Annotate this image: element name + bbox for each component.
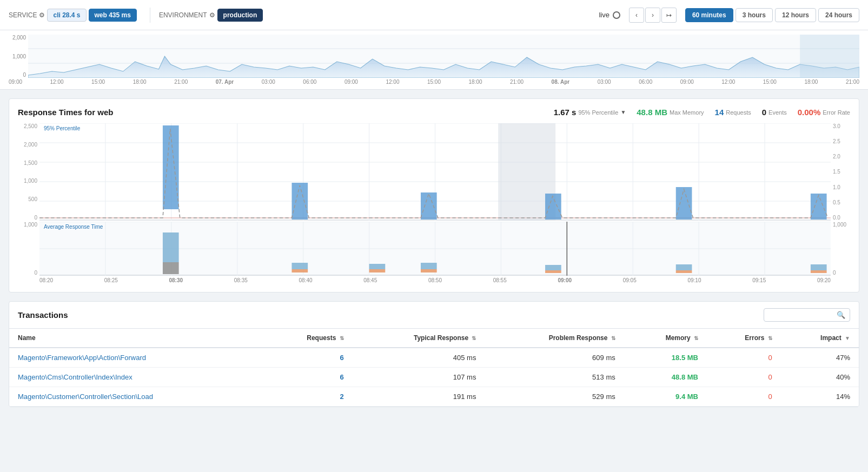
- transactions-header: Transactions 🔍: [9, 302, 859, 329]
- nav-last-button[interactable]: ↦: [661, 8, 677, 23]
- transaction-name-2[interactable]: Magento\Cms\Controller\Index\Index: [9, 368, 262, 387]
- typical-response-2: 107 ms: [353, 368, 485, 387]
- live-button[interactable]: live: [599, 11, 620, 19]
- overview-y-label-2000: 2,000: [9, 35, 26, 41]
- search-icon: 🔍: [837, 311, 845, 319]
- events-label: Events: [768, 109, 787, 116]
- environment-section: ENVIRONMENT ⚙ production: [159, 9, 263, 22]
- percentile-dropdown-icon[interactable]: ▼: [620, 109, 626, 115]
- overview-x-label: 09:00: [680, 79, 694, 85]
- requests-2: 6: [262, 368, 353, 387]
- cli-pill[interactable]: cli 28.4 s: [47, 9, 86, 22]
- overview-x-label: 06:00: [303, 79, 316, 85]
- x-label: 08:35: [234, 277, 248, 283]
- percentile-label: 95% Percentile: [578, 109, 618, 116]
- search-box[interactable]: 🔍: [764, 308, 850, 322]
- nav-next-button[interactable]: ›: [645, 8, 660, 23]
- environment-label: ENVIRONMENT: [159, 11, 207, 19]
- environment-value-pill[interactable]: production: [217, 9, 263, 22]
- time-60min-button[interactable]: 60 minutes: [685, 8, 733, 22]
- svg-rect-24: [291, 183, 308, 220]
- impact-1: 47%: [781, 348, 859, 368]
- table-header-row: Name Requests ⇅ Typical Response ⇅ Probl…: [9, 329, 859, 348]
- sub-chart-svg: [39, 222, 831, 276]
- svg-rect-55: [676, 270, 692, 273]
- overview-x-label: 18:00: [133, 79, 147, 85]
- y-label: 2,500: [18, 123, 37, 129]
- svg-rect-54: [676, 264, 692, 270]
- col-problem-response[interactable]: Problem Response ⇅: [485, 329, 624, 348]
- requests-value: 14: [715, 108, 724, 117]
- errors-3: 0: [707, 387, 781, 407]
- transaction-name-3[interactable]: Magento\Customer\Controller\Section\Load: [9, 387, 262, 407]
- overview-x-label: 09:00: [9, 79, 22, 85]
- environment-gear-icon[interactable]: ⚙: [209, 11, 215, 19]
- overview-x-label: 06:00: [639, 79, 652, 85]
- x-label: 09:15: [752, 277, 766, 283]
- y-right-label: 0.5: [833, 200, 850, 205]
- svg-rect-23: [163, 125, 179, 209]
- requests-1: 6: [262, 348, 353, 368]
- error-rate-stat: 0.00% Error Rate: [798, 108, 850, 117]
- overview-x-label: 15:00: [427, 79, 441, 85]
- memory-value: 48.8 MB: [637, 108, 667, 117]
- percentile-value: 1.67 s: [554, 108, 577, 117]
- overview-x-label: 12:00: [721, 79, 735, 85]
- y-label: 2,000: [18, 142, 37, 148]
- problem-response-1: 609 ms: [485, 348, 624, 368]
- time-3hours-button[interactable]: 3 hours: [736, 8, 773, 22]
- sub-y-label: 0: [18, 270, 37, 276]
- transactions-search-input[interactable]: [768, 311, 833, 319]
- sub-y-right-label: 0: [833, 270, 850, 276]
- overview-x-label: 03:00: [598, 79, 611, 85]
- svg-rect-53: [545, 270, 561, 273]
- svg-rect-27: [676, 187, 692, 220]
- y-right-label: 0.0: [833, 215, 850, 221]
- overview-x-label: 21:00: [846, 79, 859, 85]
- events-value: 0: [762, 108, 766, 117]
- y-label: 0: [18, 215, 37, 221]
- x-label: 08:25: [104, 277, 118, 283]
- top-bar: SERVICE ⚙ cli 28.4 s web 435 ms ENVIRONM…: [0, 0, 868, 30]
- col-requests[interactable]: Requests ⇅: [262, 329, 353, 348]
- error-rate-value: 0.00%: [798, 108, 821, 117]
- svg-rect-49: [369, 269, 386, 272]
- overview-x-labels: 09:00 12:00 15:00 18:00 21:00 07. Apr 03…: [9, 78, 859, 85]
- col-name: Name: [9, 329, 262, 348]
- live-label: live: [599, 11, 609, 19]
- x-label: 08:45: [363, 277, 377, 283]
- time-24hours-button[interactable]: 24 hours: [818, 8, 859, 22]
- overview-x-label: 18:00: [469, 79, 482, 85]
- web-pill[interactable]: web 435 ms: [89, 9, 137, 22]
- x-label: 08:40: [299, 277, 312, 283]
- y-right-label: 1.0: [833, 184, 850, 190]
- transaction-name-1[interactable]: Magento\Framework\App\Action\Forward: [9, 348, 262, 368]
- avg-response-label: Average Response Time: [44, 224, 103, 230]
- card-stats: 1.67 s 95% Percentile ▼ 48.8 MB Max Memo…: [554, 108, 850, 117]
- main-chart-svg: [39, 123, 831, 221]
- memory-label: Max Memory: [670, 109, 704, 116]
- impact-2: 40%: [781, 368, 859, 387]
- problem-response-2: 513 ms: [485, 368, 624, 387]
- col-impact[interactable]: Impact ▼: [781, 329, 859, 348]
- overview-y-label-1000: 1,000: [9, 54, 26, 59]
- x-label: 08:30: [169, 277, 183, 283]
- col-typical-response[interactable]: Typical Response ⇅: [353, 329, 485, 348]
- sub-y-label: 1,000: [18, 222, 37, 228]
- svg-rect-25: [421, 192, 437, 220]
- response-times-header: Response Times for web 1.67 s 95% Percen…: [18, 108, 850, 117]
- service-gear-icon[interactable]: ⚙: [39, 11, 45, 19]
- nav-prev-button[interactable]: ‹: [629, 8, 644, 23]
- col-memory[interactable]: Memory ⇅: [624, 329, 707, 348]
- col-errors[interactable]: Errors ⇅: [707, 329, 781, 348]
- overview-y-label-0: 0: [9, 72, 26, 78]
- time-12hours-button[interactable]: 12 hours: [775, 8, 816, 22]
- sub-y-right-label: 1,000: [833, 222, 850, 228]
- percentile-stat: 1.67 s 95% Percentile ▼: [554, 108, 626, 117]
- errors-2: 0: [707, 368, 781, 387]
- overview-x-label: 03:00: [262, 79, 275, 85]
- svg-rect-57: [811, 270, 827, 273]
- x-label: 08:55: [493, 277, 507, 283]
- transactions-title: Transactions: [18, 310, 68, 320]
- transactions-table: Name Requests ⇅ Typical Response ⇅ Probl…: [9, 329, 859, 407]
